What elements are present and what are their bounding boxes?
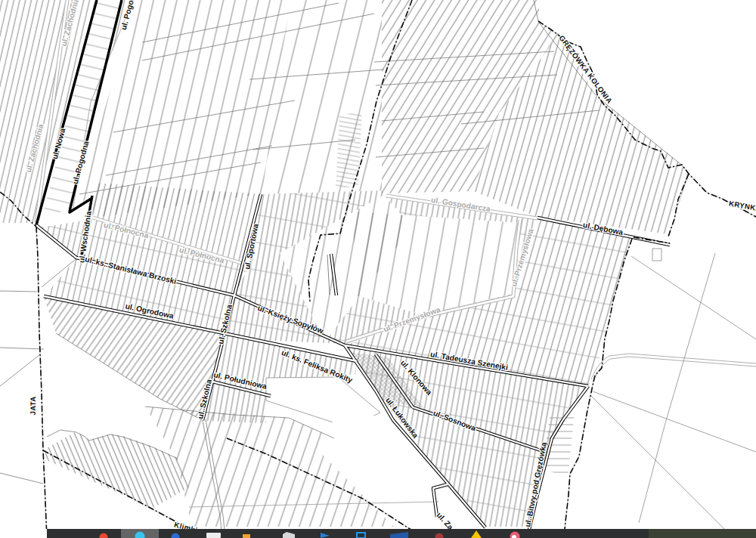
svg-text:JATA: JATA: [29, 396, 37, 415]
